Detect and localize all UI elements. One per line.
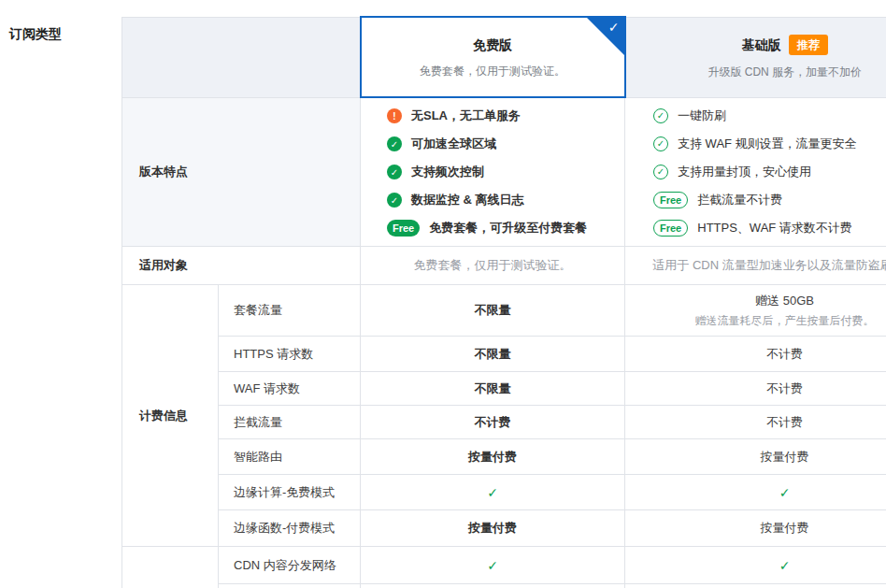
feature-text: 免费套餐，可升级至付费套餐 — [429, 220, 587, 237]
feature-text: 支持用量封顶，安心使用 — [678, 164, 811, 180]
feature-item: ✓支持用量封顶，安心使用 — [653, 158, 886, 186]
free-badge-outline-icon: Free — [653, 220, 688, 237]
feature-text: 拦截流量不计费 — [697, 192, 782, 208]
check-icon: ✓ — [487, 485, 498, 500]
billing-row: HTTPS 请求数 不限量 不计费 — [122, 337, 886, 372]
billing-basic-value: 按量付费 — [625, 439, 886, 475]
audience-basic-cell: 适用于 CDN 流量型加速业务以及流量防盗刷场景 — [625, 247, 886, 285]
feature-item: !无SLA，无工单服务 — [387, 102, 624, 130]
billing-basic-value: 赠送 50GB 赠送流量耗尽后，产生按量后付费。 — [625, 285, 886, 337]
feature-item: ✓一键防刷 — [653, 102, 886, 130]
plan-basic-title: 基础版 — [742, 36, 781, 54]
feature-text: 无SLA，无工单服务 — [411, 108, 521, 124]
billing-basic-value: 按量付费 — [625, 510, 886, 547]
clipped-free-value — [361, 584, 625, 588]
feature-text: HTTPS、WAF 请求数不计费 — [697, 220, 852, 237]
billing-row: 计费信息 套餐流量 不限量 赠送 50GB 赠送流量耗尽后，产生按量后付费。 — [122, 285, 886, 337]
billing-row: WAF 请求数 不限量 不计费 — [122, 372, 886, 406]
billing-item-label: 边缘函数-付费模式 — [219, 510, 361, 547]
billing-free-value: ✓ — [361, 475, 625, 510]
network-group-label — [122, 547, 219, 588]
check-circle-outline-icon: ✓ — [653, 165, 668, 179]
network-row: CDN 内容分发网络 ✓ ✓ — [122, 547, 886, 584]
feature-text: 支持频次控制 — [411, 164, 484, 180]
billing-row: 边缘计算-免费模式 ✓ ✓ — [122, 475, 886, 510]
clipped-basic-value — [625, 584, 886, 588]
billing-basic-value: 不计费 — [625, 372, 886, 406]
billing-item-label: 智能路由 — [219, 439, 361, 475]
feature-text: 一键防刷 — [678, 108, 726, 124]
billing-item-label: 边缘计算-免费模式 — [219, 475, 361, 510]
billing-item-label: 拦截流量 — [219, 406, 361, 439]
features-row: 版本特点 !无SLA，无工单服务 ✓可加速全球区域 ✓支持频次控制 ✓数据监控 … — [122, 97, 886, 247]
feature-item: FreeHTTPS、WAF 请求数不计费 — [653, 214, 886, 242]
audience-row: 适用对象 免费套餐，仅用于测试验证。 适用于 CDN 流量型加速业务以及流量防盗… — [122, 247, 886, 285]
check-icon: ✓ — [779, 485, 791, 500]
plan-comparison-table: 免费版 免费套餐，仅用于测试验证。 ✓ 基础版 推荐 升级版 CDN 服务，加量… — [121, 16, 886, 588]
plan-free-subtitle: 免费套餐，仅用于测试验证。 — [362, 64, 624, 79]
billing-basic-value: ✓ — [625, 475, 886, 510]
page-title: 订阅类型 — [9, 26, 62, 43]
clipped-row — [122, 584, 886, 588]
billing-row: 智能路由 按量付费 按量付费 — [122, 439, 886, 475]
plan-basic-subtitle: 升级版 CDN 服务，加量不加价 — [626, 65, 886, 80]
plan-card-free[interactable]: 免费版 免费套餐，仅用于测试验证。 ✓ — [361, 17, 625, 97]
network-free-value: ✓ — [361, 547, 625, 584]
plan-card-basic[interactable]: 基础版 推荐 升级版 CDN 服务，加量不加价 — [625, 17, 886, 97]
billing-free-value: 按量付费 — [361, 510, 625, 547]
billing-free-value: 按量付费 — [361, 439, 625, 475]
check-circle-icon: ✓ — [387, 193, 402, 208]
clipped-item-label — [219, 584, 361, 588]
free-badge-outline-icon: Free — [653, 192, 688, 208]
check-icon: ✓ — [487, 558, 498, 573]
check-circle-outline-icon: ✓ — [653, 136, 668, 151]
audience-free-cell: 免费套餐，仅用于测试验证。 — [361, 247, 625, 285]
network-item-label: CDN 内容分发网络 — [219, 547, 361, 584]
billing-basic-value: 不计费 — [625, 337, 886, 372]
billing-free-value: 不限量 — [361, 337, 625, 372]
audience-row-label: 适用对象 — [122, 247, 361, 285]
billing-item-label: 套餐流量 — [219, 285, 361, 337]
feature-item: ✓支持 WAF 规则设置，流量更安全 — [653, 130, 886, 158]
feature-item: Free拦截流量不计费 — [653, 186, 886, 214]
billing-row: 边缘函数-付费模式 按量付费 按量付费 — [122, 510, 886, 547]
warning-icon: ! — [387, 108, 402, 123]
billing-free-value: 不限量 — [361, 372, 625, 406]
free-badge-icon: Free — [387, 220, 420, 237]
basic-value-note: 赠送流量耗尽后，产生按量后付费。 — [625, 313, 886, 329]
feature-text: 支持 WAF 规则设置，流量更安全 — [678, 136, 857, 152]
check-circle-icon: ✓ — [387, 136, 402, 151]
plan-free-title: 免费版 — [362, 36, 624, 54]
plan-header-row: 免费版 免费套餐，仅用于测试验证。 ✓ 基础版 推荐 升级版 CDN 服务，加量… — [122, 17, 886, 97]
network-basic-value: ✓ — [625, 547, 886, 584]
feature-item: ✓支持频次控制 — [387, 158, 624, 186]
features-free-cell: !无SLA，无工单服务 ✓可加速全球区域 ✓支持频次控制 ✓数据监控 & 离线日… — [361, 97, 625, 247]
basic-value-main: 赠送 50GB — [755, 294, 814, 308]
recommend-badge: 推荐 — [789, 35, 828, 55]
feature-text: 数据监控 & 离线日志 — [411, 192, 524, 208]
billing-free-value: 不计费 — [361, 406, 625, 439]
feature-item: ✓可加速全球区域 — [387, 130, 624, 158]
check-circle-icon: ✓ — [387, 165, 402, 179]
feature-text: 可加速全球区域 — [411, 136, 496, 152]
selected-check-icon: ✓ — [608, 20, 620, 35]
billing-item-label: HTTPS 请求数 — [219, 337, 361, 372]
feature-item: Free免费套餐，可升级至付费套餐 — [387, 214, 624, 242]
feature-item: ✓数据监控 & 离线日志 — [387, 186, 624, 214]
billing-item-label: WAF 请求数 — [219, 372, 361, 406]
billing-row: 拦截流量 不计费 不计费 — [122, 406, 886, 439]
billing-group-label: 计费信息 — [122, 285, 219, 547]
check-icon: ✓ — [779, 558, 791, 573]
check-circle-outline-icon: ✓ — [653, 108, 668, 123]
billing-basic-value: 不计费 — [625, 406, 886, 439]
billing-free-value: 不限量 — [361, 285, 625, 337]
features-row-label: 版本特点 — [122, 97, 361, 247]
features-basic-cell: ✓一键防刷 ✓支持 WAF 规则设置，流量更安全 ✓支持用量封顶，安心使用 Fr… — [625, 97, 886, 247]
header-spacer-cell — [122, 17, 361, 97]
